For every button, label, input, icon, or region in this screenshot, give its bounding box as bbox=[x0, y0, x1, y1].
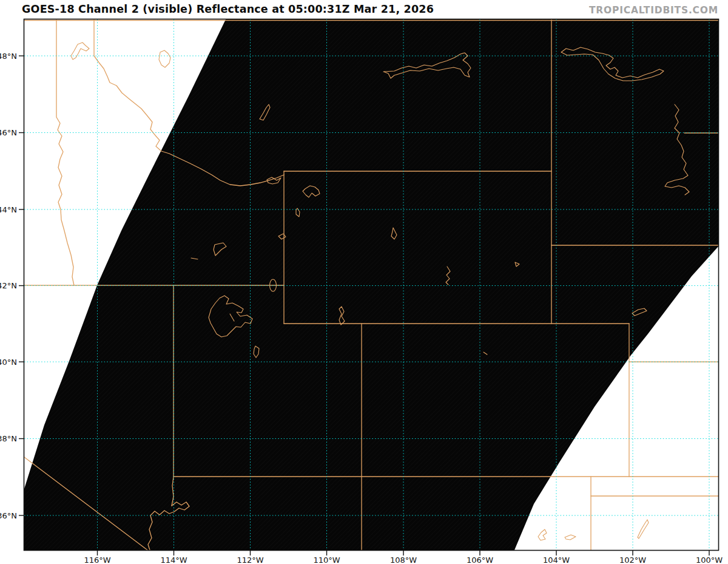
lon-label-100w: 100°W bbox=[696, 556, 723, 564]
lat-label-48n: 48°N bbox=[0, 52, 17, 61]
lat-label-44n: 44°N bbox=[0, 205, 17, 214]
lon-label-102w: 102°W bbox=[619, 556, 646, 564]
lon-label-114w: 114°W bbox=[160, 556, 187, 564]
lon-label-116w: 116°W bbox=[84, 556, 110, 564]
lat-label-46n: 46°N bbox=[0, 128, 17, 137]
lat-label-40n: 40°N bbox=[0, 358, 17, 367]
satellite-map: 48°N 46°N 44°N 42°N 40°N 38°N 36°N 116°W… bbox=[0, 0, 728, 564]
lon-label-112w: 112°W bbox=[237, 556, 263, 564]
lon-axis: 116°W 114°W 112°W 110°W 108°W 106°W 104°… bbox=[84, 551, 723, 564]
lat-axis: 48°N 46°N 44°N 42°N 40°N 38°N 36°N bbox=[0, 52, 24, 520]
lat-label-38n: 38°N bbox=[0, 434, 17, 443]
satellite-image-page: GOES-18 Channel 2 (visible) Reflectance … bbox=[0, 0, 728, 564]
lon-label-106w: 106°W bbox=[467, 556, 493, 564]
lat-label-36n: 36°N bbox=[0, 511, 17, 520]
lon-label-108w: 108°W bbox=[390, 556, 417, 564]
lon-label-104w: 104°W bbox=[543, 556, 570, 564]
lat-label-42n: 42°N bbox=[0, 281, 17, 290]
lon-label-110w: 110°W bbox=[313, 556, 340, 564]
